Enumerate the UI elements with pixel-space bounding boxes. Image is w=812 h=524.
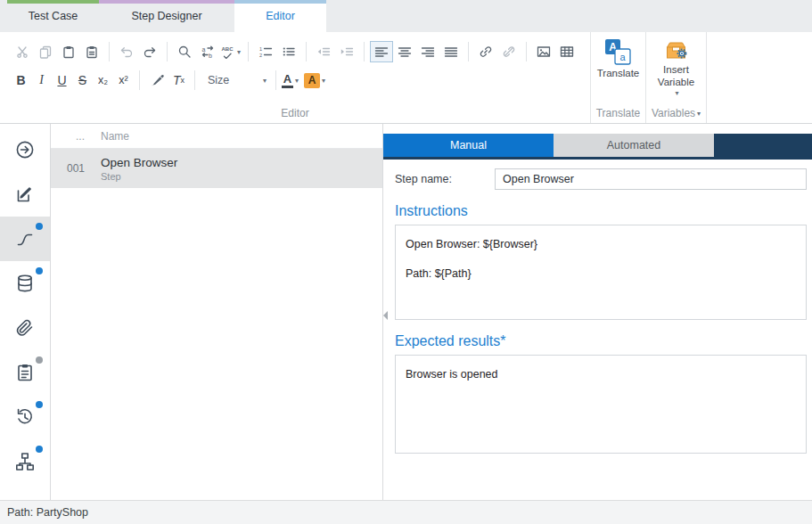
sidebar-item-hierarchy[interactable] <box>0 439 50 484</box>
strikethrough-button[interactable]: S <box>72 70 93 91</box>
align-left-icon <box>374 45 389 59</box>
italic-button[interactable]: I <box>31 70 52 91</box>
copy-button[interactable] <box>34 41 57 62</box>
numbered-list-button[interactable]: 12 <box>254 41 277 62</box>
database-icon <box>14 273 36 294</box>
font-size-dropdown[interactable]: Size▾ <box>201 74 270 86</box>
subscript-button[interactable]: x₂ <box>93 70 113 91</box>
divider <box>109 42 110 61</box>
tab-test-case-label: Test Case <box>29 10 78 22</box>
font-color-letter: A <box>283 73 291 85</box>
chevron-down-icon: ▾ <box>263 77 267 85</box>
sidebar-item-go[interactable] <box>0 127 50 172</box>
detail-tabs: Manual Automated <box>383 134 812 157</box>
clear-formatting-button[interactable]: Tx <box>168 70 189 91</box>
steps-list-panel: ... Name 001 Open Browser Step <box>51 124 383 500</box>
copy-icon <box>38 45 53 59</box>
collapse-panel-arrow-icon[interactable] <box>383 311 388 320</box>
paste-button[interactable] <box>57 41 80 62</box>
insert-link-button[interactable] <box>474 41 497 62</box>
step-row[interactable]: 001 Open Browser Step <box>51 149 382 188</box>
ribbon-row-1: ab ABC▾ 12 <box>0 37 590 66</box>
tab-step-designer[interactable]: Step Designer <box>99 0 234 32</box>
tab-automated[interactable]: Automated <box>554 134 714 157</box>
table-icon <box>560 45 574 59</box>
badge-dot-blue <box>36 267 43 274</box>
sidebar-item-data[interactable] <box>0 261 50 306</box>
steps-icon <box>14 228 36 250</box>
go-arrow-icon <box>14 139 36 160</box>
increase-indent-button[interactable] <box>335 41 358 62</box>
clipboard-icon <box>14 362 36 383</box>
tab-editor[interactable]: Editor <box>234 0 326 32</box>
insert-variable-button-label: Insert Variable <box>653 64 700 89</box>
align-center-icon <box>398 45 412 59</box>
svg-text:a: a <box>620 52 627 62</box>
badge-dot-blue <box>36 401 43 408</box>
find-replace-icon: ab <box>201 45 215 59</box>
ribbon-group-editor: ab ABC▾ 12 B <box>0 32 590 123</box>
sidebar-item-checklist[interactable] <box>0 350 50 395</box>
divider <box>306 42 307 61</box>
instructions-editor[interactable]: Open Browser: ${Browser} Path: ${Path} <box>395 225 807 320</box>
search-button[interactable] <box>173 41 196 62</box>
find-replace-button[interactable]: ab <box>196 41 219 62</box>
align-left-button[interactable] <box>370 41 393 62</box>
tab-test-case[interactable]: Test Case <box>7 0 99 32</box>
highlight-color-button[interactable]: A▾ <box>304 73 325 88</box>
format-painter-button[interactable] <box>145 70 168 91</box>
sidebar-item-steps[interactable] <box>0 217 50 261</box>
tab-accent-purple <box>99 0 234 4</box>
tab-accent-blue <box>234 0 326 4</box>
remove-link-button[interactable] <box>497 41 521 62</box>
paste-text-button[interactable] <box>80 41 103 62</box>
history-icon <box>14 406 36 428</box>
superscript-button[interactable]: x² <box>113 70 134 91</box>
redo-button[interactable] <box>138 41 161 62</box>
font-color-button[interactable]: A▾ <box>282 73 299 88</box>
divider <box>248 42 249 61</box>
app-window: Test Case Step Designer Editor ab <box>0 0 812 524</box>
image-icon <box>537 45 551 59</box>
divider <box>364 42 365 61</box>
sidebar-item-edit[interactable] <box>0 172 50 217</box>
translate-button[interactable]: Aa Translate <box>597 32 640 80</box>
svg-text:1: 1 <box>259 46 262 52</box>
detail-tabs-filler <box>714 134 812 157</box>
ribbon-variables-group-label: Variables▾ <box>646 103 706 123</box>
undo-button[interactable] <box>115 41 138 62</box>
sidebar-item-attachments[interactable] <box>0 306 50 350</box>
font-size-label: Size <box>208 74 229 86</box>
chevron-down-icon: ▾ <box>675 89 678 97</box>
expected-results-line: Browser is opened <box>406 368 796 381</box>
tab-step-designer-label: Step Designer <box>131 10 201 22</box>
sidebar-item-history[interactable] <box>0 395 50 439</box>
main-area: ... Name 001 Open Browser Step Manual Au… <box>0 124 812 500</box>
step-name-input[interactable] <box>495 168 807 190</box>
divider <box>526 42 527 61</box>
ribbon-row-2: B I U S x₂ x² Tx Size▾ A▾ A▾ <box>0 66 590 94</box>
bold-button[interactable]: B <box>11 70 31 91</box>
insert-image-button[interactable] <box>532 41 555 62</box>
bulleted-list-button[interactable] <box>277 41 300 62</box>
cut-button[interactable] <box>11 41 34 62</box>
spellcheck-button[interactable]: ABC▾ <box>219 41 242 62</box>
ribbon-group-translate: Aa Translate Translate <box>590 32 645 123</box>
align-center-button[interactable] <box>393 41 416 62</box>
ribbon-spacer <box>706 32 812 123</box>
underline-button[interactable]: U <box>52 70 72 91</box>
chevron-down-icon: ▾ <box>697 110 701 118</box>
insert-variable-button[interactable]: Insert Variable ▾ <box>653 32 700 97</box>
expected-results-heading: Expected results* <box>395 333 807 349</box>
column-header-more: ... <box>51 130 94 143</box>
justify-button[interactable] <box>439 41 463 62</box>
expected-results-editor[interactable]: Browser is opened <box>395 355 807 454</box>
align-right-button[interactable] <box>416 41 439 62</box>
undo-icon <box>119 45 134 59</box>
tab-manual[interactable]: Manual <box>383 134 554 157</box>
instructions-line: Open Browser: ${Browser} <box>406 238 796 250</box>
decrease-indent-button[interactable] <box>312 41 335 62</box>
insert-table-button[interactable] <box>555 41 578 62</box>
chevron-down-icon: ▾ <box>295 77 299 85</box>
svg-text:a: a <box>202 46 206 53</box>
